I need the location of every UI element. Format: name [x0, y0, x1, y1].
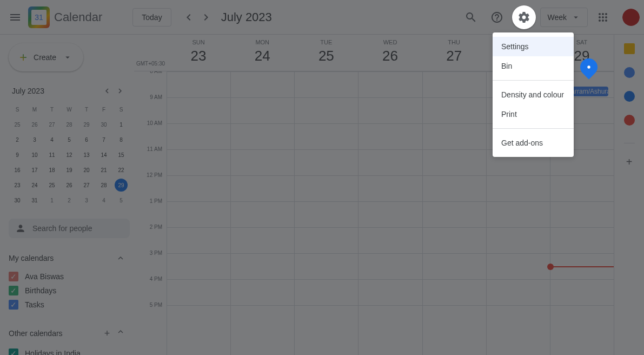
- main-menu-button[interactable]: [4, 6, 26, 28]
- day-column[interactable]: [294, 71, 358, 355]
- mini-date[interactable]: 18: [43, 162, 61, 178]
- mini-date[interactable]: 26: [26, 117, 43, 132]
- mini-date[interactable]: 20: [78, 162, 95, 178]
- mini-date[interactable]: 2: [9, 132, 26, 147]
- mini-date[interactable]: 2: [61, 193, 78, 208]
- mini-date[interactable]: 30: [95, 117, 112, 132]
- mini-next-button[interactable]: [114, 84, 127, 97]
- day-name: WED: [358, 39, 422, 45]
- account-avatar[interactable]: [622, 9, 640, 26]
- day-column[interactable]: [230, 71, 294, 355]
- mini-date[interactable]: 28: [61, 117, 78, 132]
- day-column[interactable]: [167, 71, 230, 355]
- mini-date[interactable]: 26: [61, 178, 78, 193]
- mini-date[interactable]: 10: [26, 147, 43, 162]
- menu-bin[interactable]: Bin: [493, 56, 574, 76]
- search-button[interactable]: [460, 6, 482, 28]
- calendar-checkbox[interactable]: ✓: [9, 349, 18, 355]
- mini-date[interactable]: 15: [112, 147, 130, 162]
- chevron-right-icon: [200, 11, 213, 24]
- mini-date[interactable]: 27: [78, 178, 95, 193]
- mini-date[interactable]: 1: [43, 193, 61, 208]
- day-name: TUE: [294, 39, 358, 45]
- mini-date[interactable]: 24: [26, 178, 43, 193]
- menu-density[interactable]: Density and colour: [493, 85, 574, 104]
- view-selector[interactable]: Week: [540, 8, 588, 27]
- calendar-label: Birthdays: [25, 286, 56, 295]
- mini-date[interactable]: 27: [43, 117, 61, 132]
- contacts-app-icon[interactable]: [624, 91, 635, 102]
- mini-date[interactable]: 1: [112, 117, 130, 132]
- other-calendars-toggle[interactable]: Other calendars +: [9, 325, 130, 342]
- mini-date[interactable]: 7: [95, 132, 112, 147]
- mini-date[interactable]: 16: [9, 162, 26, 178]
- mini-date[interactable]: 5: [112, 193, 130, 208]
- menu-settings[interactable]: Settings: [493, 37, 574, 56]
- chevron-right-icon: [115, 86, 125, 96]
- mini-date[interactable]: 30: [9, 193, 26, 208]
- mini-date[interactable]: 31: [26, 193, 43, 208]
- now-indicator: [550, 266, 614, 267]
- day-header[interactable]: TUE25: [294, 35, 358, 71]
- mini-date[interactable]: 9: [9, 147, 26, 162]
- search-people-input[interactable]: Search for people: [9, 219, 130, 238]
- tasks-app-icon[interactable]: [624, 67, 635, 78]
- time-label: 12 PM: [134, 172, 167, 198]
- time-label: 3 PM: [134, 250, 167, 276]
- mini-date[interactable]: 29: [78, 117, 95, 132]
- menu-addons[interactable]: Get add-ons: [493, 133, 574, 153]
- mini-date[interactable]: 6: [78, 132, 95, 147]
- mini-date[interactable]: 3: [26, 132, 43, 147]
- maps-app-icon[interactable]: [624, 115, 635, 126]
- mini-calendar[interactable]: SMTWTFS252627282930123456789101112131415…: [9, 102, 130, 208]
- mini-date[interactable]: 23: [9, 178, 26, 193]
- mini-date[interactable]: 11: [43, 147, 61, 162]
- support-button[interactable]: [486, 6, 508, 28]
- calendar-checkbox[interactable]: ✓: [9, 300, 18, 310]
- mini-date[interactable]: 12: [61, 147, 78, 162]
- next-week-button[interactable]: [197, 9, 215, 26]
- mini-date[interactable]: 17: [26, 162, 43, 178]
- mini-prev-button[interactable]: [101, 84, 114, 97]
- my-calendars-toggle[interactable]: My calendars: [9, 251, 130, 265]
- mini-date[interactable]: 4: [95, 193, 112, 208]
- mini-date[interactable]: 25: [9, 117, 26, 132]
- calendar-item[interactable]: ✓Holidays in India: [9, 346, 130, 355]
- add-other-calendar-button[interactable]: +: [101, 327, 114, 340]
- mini-date[interactable]: 3: [78, 193, 95, 208]
- mini-date[interactable]: 21: [95, 162, 112, 178]
- mini-date[interactable]: 25: [43, 178, 61, 193]
- mini-date[interactable]: 22: [112, 162, 130, 178]
- settings-button[interactable]: [512, 5, 536, 29]
- day-header[interactable]: THU27: [422, 35, 486, 71]
- mini-date[interactable]: 13: [78, 147, 95, 162]
- chevron-left-icon: [102, 86, 112, 96]
- get-addons-button[interactable]: +: [624, 156, 635, 167]
- calendar-item[interactable]: ✓Birthdays: [9, 284, 130, 298]
- prev-week-button[interactable]: [180, 9, 197, 26]
- google-apps-button[interactable]: [592, 6, 614, 28]
- mini-date[interactable]: 5: [61, 132, 78, 147]
- day-column[interactable]: [422, 71, 486, 355]
- keep-app-icon[interactable]: [624, 43, 635, 54]
- calendar-item[interactable]: ✓Tasks: [9, 298, 130, 312]
- day-column[interactable]: [358, 71, 422, 355]
- menu-divider: [493, 80, 574, 81]
- calendar-checkbox[interactable]: ✓: [9, 272, 18, 281]
- calendar-item[interactable]: ✓Ava Biswas: [9, 269, 130, 284]
- mini-date[interactable]: 28: [95, 178, 112, 193]
- day-header[interactable]: SUN23: [167, 35, 230, 71]
- mini-date[interactable]: 8: [112, 132, 130, 147]
- mini-date[interactable]: 19: [61, 162, 78, 178]
- day-number: 25: [294, 48, 358, 64]
- mini-date[interactable]: 29: [115, 179, 128, 192]
- today-button[interactable]: Today: [132, 8, 171, 27]
- hamburger-icon: [9, 11, 22, 24]
- day-header[interactable]: MON24: [230, 35, 294, 71]
- create-button[interactable]: + Create: [9, 43, 83, 71]
- menu-print[interactable]: Print: [493, 104, 574, 124]
- mini-date[interactable]: 4: [43, 132, 61, 147]
- day-header[interactable]: WED26: [358, 35, 422, 71]
- mini-date[interactable]: 14: [95, 147, 112, 162]
- calendar-checkbox[interactable]: ✓: [9, 286, 18, 295]
